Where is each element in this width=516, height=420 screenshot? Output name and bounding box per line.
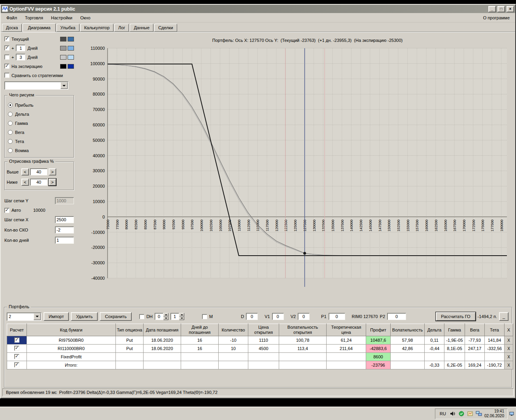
radio-button[interactable] — [8, 148, 13, 153]
dropdown-button[interactable] — [34, 313, 41, 320]
compare-checkbox[interactable] — [4, 73, 9, 78]
table-cell[interactable] — [181, 353, 219, 361]
table-cell[interactable] — [327, 353, 366, 361]
table-cell[interactable]: -1,9E-05 — [444, 336, 465, 345]
table-cell[interactable]: 10 — [219, 345, 248, 353]
delete-row-button[interactable]: X — [505, 345, 513, 353]
portfolio-select[interactable]: 2 — [7, 313, 42, 321]
table-cell[interactable] — [144, 361, 181, 369]
percent-input[interactable] — [30, 168, 47, 175]
table-cell[interactable]: -332,56 — [485, 345, 505, 353]
table-cell[interactable] — [391, 353, 425, 361]
table-cell[interactable] — [444, 353, 465, 361]
tab-5[interactable]: Данные — [130, 24, 153, 32]
color-swatch[interactable] — [68, 55, 74, 60]
table-cell[interactable] — [219, 353, 248, 361]
radio-button[interactable] — [8, 130, 13, 135]
auto-checkbox[interactable] — [4, 208, 9, 213]
row-checkbox[interactable] — [14, 346, 19, 351]
strategy-select[interactable] — [4, 81, 68, 90]
table-cell[interactable]: 0,11 — [425, 336, 444, 345]
clock[interactable]: 19:41 02.06.2020 — [484, 409, 504, 418]
spin-up-button[interactable] — [179, 313, 184, 316]
table-cell[interactable]: 16 — [181, 336, 219, 345]
series-days-input[interactable] — [16, 45, 25, 51]
table-cell[interactable]: FixedProfit — [27, 353, 116, 361]
table-cell[interactable]: 61,24 — [327, 336, 366, 345]
table-cell[interactable] — [327, 361, 366, 369]
show-desktop-icon[interactable] — [509, 411, 514, 416]
increase-button[interactable]: > — [49, 179, 56, 186]
row-checkbox[interactable] — [14, 337, 19, 343]
radio-button[interactable] — [8, 121, 13, 126]
table-cell[interactable]: 42,86 — [391, 345, 425, 353]
table-cell[interactable]: 113,4 — [279, 345, 327, 353]
d-input[interactable] — [246, 313, 258, 320]
table-cell[interactable] — [391, 361, 425, 369]
menu-item-about[interactable]: О программе — [479, 14, 514, 22]
menu-item-2[interactable]: Настройки — [47, 14, 76, 22]
color-swatch[interactable] — [60, 46, 66, 51]
volume-icon[interactable] — [450, 411, 456, 417]
dh-spin1-input[interactable] — [155, 313, 163, 320]
days-count-input[interactable] — [55, 237, 74, 244]
table-cell[interactable]: -77,93 — [465, 336, 485, 345]
v1-input[interactable] — [272, 313, 284, 320]
save-button[interactable]: Сохранить — [100, 312, 132, 321]
table-cell[interactable]: -0,44 — [425, 345, 444, 353]
table-cell[interactable]: RI97500BR0 — [27, 336, 116, 345]
series-checkbox[interactable] — [4, 55, 9, 60]
row-checkbox[interactable] — [14, 362, 19, 367]
sko-input[interactable] — [55, 226, 74, 234]
color-swatch[interactable] — [68, 64, 74, 69]
table-cell[interactable]: 18.06.2020 — [144, 345, 181, 353]
spin-up-button[interactable] — [163, 313, 168, 316]
spin-down-button[interactable] — [163, 316, 168, 320]
table-cell[interactable]: 100,78 — [279, 336, 327, 345]
tab-1[interactable]: Диаграмма — [23, 23, 55, 32]
v2-input[interactable] — [298, 313, 310, 320]
decrease-button[interactable]: < — [21, 179, 29, 186]
delete-row-button[interactable]: X — [505, 336, 513, 345]
titlebar[interactable]: OptionFVV версия 2.1 public _ □ × — [1, 5, 515, 13]
row-check-cell[interactable] — [7, 361, 27, 369]
table-cell[interactable]: 57,98 — [391, 336, 425, 345]
decrease-button[interactable]: < — [21, 168, 29, 175]
table-cell[interactable] — [248, 361, 279, 369]
table-cell[interactable] — [465, 353, 485, 361]
tab-4[interactable]: Лог — [114, 24, 129, 32]
spin-down-button[interactable] — [179, 316, 184, 320]
color-swatch[interactable] — [68, 37, 74, 41]
table-cell[interactable] — [181, 361, 219, 369]
table-cell[interactable]: 247,17 — [465, 345, 485, 353]
radio-button[interactable] — [8, 112, 13, 117]
color-swatch[interactable] — [60, 64, 66, 69]
chart-tray-icon[interactable] — [467, 411, 473, 417]
percent-input[interactable] — [30, 179, 47, 186]
menu-item-3[interactable]: Окно — [76, 14, 95, 22]
m-checkbox[interactable] — [202, 314, 207, 319]
table-cell[interactable]: -190,72 — [485, 361, 505, 369]
delete-row-button[interactable]: X — [505, 353, 513, 361]
radio-button[interactable] — [8, 103, 13, 107]
row-checkbox[interactable] — [14, 354, 19, 359]
table-cell[interactable]: -42883,6 — [366, 345, 391, 353]
table-cell[interactable] — [485, 353, 505, 361]
table-cell[interactable]: 1110 — [248, 336, 279, 345]
portfolio-chart[interactable]: -40000-30000-20000-100000100002000030000… — [77, 44, 512, 302]
table-cell[interactable]: Итого: — [27, 361, 116, 369]
language-indicator[interactable]: RU — [439, 411, 447, 416]
row-check-cell[interactable] — [7, 353, 27, 361]
table-cell[interactable]: 211,64 — [327, 345, 366, 353]
calc-go-button[interactable]: Рассчитать ГО — [436, 312, 475, 321]
table-cell[interactable]: 141,84 — [485, 336, 505, 345]
table-cell[interactable]: Put — [116, 345, 144, 353]
table-cell[interactable]: 8600 — [366, 353, 391, 361]
import-button[interactable]: Импорт — [43, 312, 69, 321]
table-cell[interactable]: -10 — [219, 336, 248, 345]
table-cell[interactable]: 8,1E-05 — [444, 345, 465, 353]
color-swatch[interactable] — [68, 46, 74, 51]
table-cell[interactable] — [116, 361, 144, 369]
row-check-cell[interactable] — [7, 345, 27, 353]
row-check-cell[interactable] — [7, 336, 27, 345]
